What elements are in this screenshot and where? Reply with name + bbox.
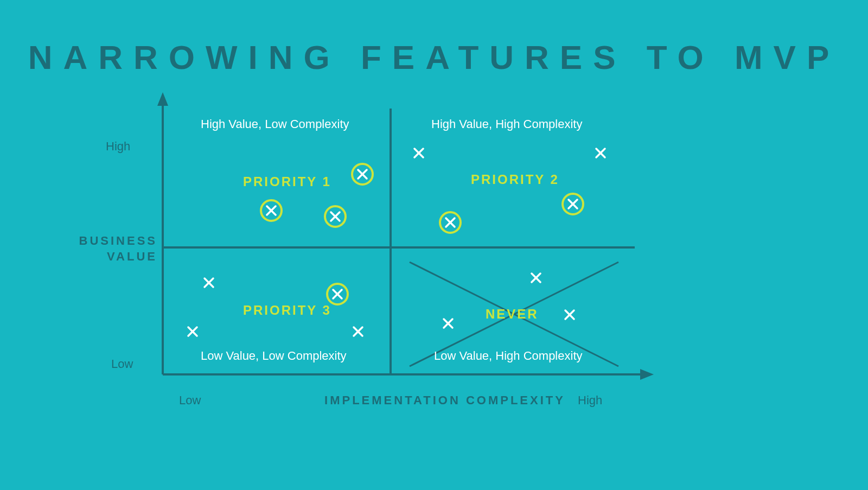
marker-circled bbox=[326, 282, 349, 306]
marker-x bbox=[594, 147, 607, 160]
marker-x bbox=[412, 147, 425, 160]
quad-br-desc: Low Value, High Complexity bbox=[434, 349, 583, 363]
quad-tl-label: PRIORITY 1 bbox=[243, 174, 331, 189]
quad-tl-desc: High Value, Low Complexity bbox=[201, 117, 349, 131]
marker-x bbox=[202, 276, 215, 289]
x-axis-label: IMPLEMENTATION COMPLEXITY bbox=[163, 393, 727, 408]
marker-x bbox=[352, 325, 365, 338]
marker-x bbox=[529, 271, 542, 284]
svg-marker-3 bbox=[640, 369, 654, 380]
quad-tr-label: PRIORITY 2 bbox=[471, 172, 559, 187]
marker-circled bbox=[323, 205, 347, 228]
quad-br-label: NEVER bbox=[486, 307, 539, 322]
y-tick-low: Low bbox=[111, 357, 133, 371]
svg-marker-1 bbox=[157, 92, 168, 106]
marker-circled bbox=[259, 199, 283, 222]
x-tick-high: High bbox=[578, 393, 602, 408]
marker-x bbox=[186, 325, 199, 338]
marker-x bbox=[563, 308, 576, 321]
marker-circled bbox=[561, 192, 585, 216]
y-tick-high: High bbox=[106, 139, 130, 154]
marker-circled bbox=[350, 162, 374, 186]
quad-tr-desc: High Value, High Complexity bbox=[431, 117, 582, 131]
quad-bl-label: PRIORITY 3 bbox=[243, 303, 331, 318]
y-axis-label: BUSINESSVALUE bbox=[60, 233, 157, 264]
marker-x bbox=[442, 317, 455, 330]
quad-bl-desc: Low Value, Low Complexity bbox=[201, 349, 347, 363]
x-tick-low: Low bbox=[179, 393, 201, 408]
marker-circled bbox=[438, 211, 462, 234]
